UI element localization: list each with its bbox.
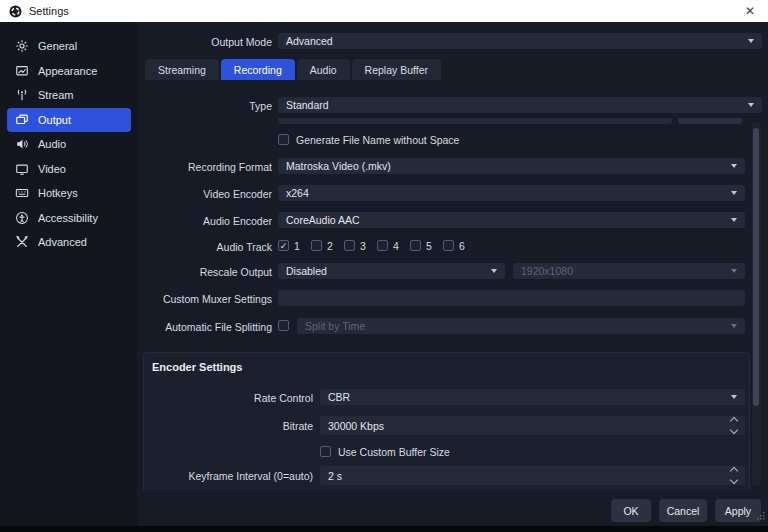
recording-path-input-partial[interactable] — [278, 118, 672, 124]
audio-track-1-checkbox[interactable]: ✓ — [278, 240, 289, 251]
custom-muxer-label: Custom Muxer Settings — [137, 293, 272, 305]
tools-icon — [15, 235, 29, 249]
audio-track-5-checkbox[interactable] — [410, 240, 421, 251]
gear-icon — [15, 39, 29, 53]
chevron-down-icon — [731, 218, 737, 222]
use-custom-buffer-label: Use Custom Buffer Size — [338, 446, 450, 458]
auto-split-checkbox[interactable] — [278, 320, 289, 331]
generate-no-space-label: Generate File Name without Space — [296, 134, 459, 146]
window-title: Settings — [29, 5, 69, 17]
obs-logo-icon — [9, 5, 22, 18]
audio-track-4-label: 4 — [393, 240, 399, 252]
keyboard-icon — [15, 186, 29, 200]
sidebar-item-label: Advanced — [38, 236, 87, 248]
type-value: Standard — [286, 99, 329, 111]
spinner-up-icon[interactable] — [730, 417, 738, 425]
sidebar-item-video[interactable]: Video — [7, 157, 131, 182]
custom-muxer-input[interactable] — [278, 290, 745, 306]
sidebar-item-appearance[interactable]: Appearance — [7, 59, 131, 84]
audio-track-3-checkbox[interactable] — [344, 240, 355, 251]
audio-track-6-label: 6 — [459, 240, 465, 252]
rescale-resolution-value: 1920x1080 — [521, 265, 573, 277]
audio-encoder-dropdown[interactable]: CoreAudio AAC — [278, 212, 745, 228]
spinner-down-icon[interactable] — [730, 476, 738, 484]
audio-track-6-checkbox[interactable] — [443, 240, 454, 251]
settings-window: Settings ✕ General Appearance — [0, 0, 768, 532]
tab-replay-buffer[interactable]: Replay Buffer — [352, 59, 441, 80]
output-mode-value: Advanced — [286, 35, 333, 47]
rate-control-value: CBR — [328, 391, 350, 403]
video-encoder-dropdown[interactable]: x264 — [278, 185, 745, 201]
titlebar: Settings ✕ — [0, 0, 768, 22]
generate-no-space-checkbox[interactable] — [278, 134, 289, 145]
sidebar-item-audio[interactable]: Audio — [7, 132, 131, 157]
resize-grip-icon[interactable] — [756, 506, 765, 524]
rescale-resolution-dropdown[interactable]: 1920x1080 — [513, 263, 745, 279]
spinner-arrows[interactable] — [731, 418, 737, 433]
keyframe-interval-spinner[interactable]: 2 s — [320, 466, 745, 485]
auto-split-dropdown[interactable]: Split by Time — [297, 318, 745, 334]
sidebar-item-accessibility[interactable]: Accessibility — [7, 206, 131, 231]
chevron-down-icon — [731, 324, 737, 328]
recording-format-dropdown[interactable]: Matroska Video (.mkv) — [278, 158, 745, 174]
settings-sidebar: General Appearance Stream — [0, 22, 137, 526]
rescale-output-value: Disabled — [286, 265, 327, 277]
spinner-down-icon[interactable] — [730, 426, 738, 434]
apply-button[interactable]: Apply — [715, 499, 761, 522]
chevron-down-icon — [491, 269, 497, 273]
spinner-arrows[interactable] — [731, 468, 737, 483]
sidebar-item-label: Stream — [38, 89, 73, 101]
rescale-output-label: Rescale Output — [137, 266, 272, 278]
sidebar-item-label: Output — [38, 114, 71, 126]
browse-button-partial[interactable] — [678, 118, 742, 124]
video-encoder-label: Video Encoder — [137, 188, 272, 200]
sidebar-item-label: Accessibility — [38, 212, 98, 224]
sidebar-item-label: Hotkeys — [38, 187, 78, 199]
keyframe-interval-value: 2 s — [328, 470, 342, 482]
scrollbar-thumb[interactable] — [753, 128, 759, 406]
sidebar-item-label: General — [38, 40, 77, 52]
output-icon — [15, 113, 29, 127]
output-mode-dropdown[interactable]: Advanced — [278, 33, 762, 49]
sidebar-item-output[interactable]: Output — [7, 108, 131, 133]
chevron-down-icon — [731, 191, 737, 195]
recording-format-label: Recording Format — [137, 161, 272, 173]
cancel-button[interactable]: Cancel — [659, 499, 707, 522]
close-icon[interactable]: ✕ — [741, 3, 759, 19]
speaker-icon — [15, 137, 29, 151]
recording-format-value: Matroska Video (.mkv) — [286, 160, 391, 172]
chevron-down-icon — [731, 269, 737, 273]
rescale-output-dropdown[interactable]: Disabled — [278, 263, 505, 279]
video-encoder-value: x264 — [286, 187, 309, 199]
spinner-up-icon[interactable] — [730, 467, 738, 475]
rate-control-dropdown[interactable]: CBR — [320, 389, 745, 405]
use-custom-buffer-checkbox[interactable] — [320, 446, 331, 457]
type-dropdown[interactable]: Standard — [278, 97, 762, 113]
audio-track-2-checkbox[interactable] — [311, 240, 322, 251]
bitrate-value: 30000 Kbps — [328, 420, 384, 432]
bitrate-spinner[interactable]: 30000 Kbps — [320, 416, 745, 435]
rate-control-label: Rate Control — [143, 392, 313, 404]
auto-split-label: Automatic File Splitting — [137, 321, 272, 333]
window-bottom-edge — [0, 526, 768, 532]
audio-track-3-label: 3 — [360, 240, 366, 252]
sidebar-item-stream[interactable]: Stream — [7, 83, 131, 108]
keyframe-interval-label: Keyframe Interval (0=auto) — [143, 470, 313, 482]
sidebar-item-label: Video — [38, 163, 66, 175]
accessibility-icon — [15, 211, 29, 225]
tab-streaming[interactable]: Streaming — [145, 59, 219, 80]
tab-recording[interactable]: Recording — [221, 59, 295, 80]
scrollbar-track[interactable] — [752, 122, 761, 486]
sidebar-item-hotkeys[interactable]: Hotkeys — [7, 181, 131, 206]
audio-track-4-checkbox[interactable] — [377, 240, 388, 251]
ok-button[interactable]: OK — [611, 499, 651, 522]
type-label: Type — [137, 100, 272, 112]
display-icon — [15, 162, 29, 176]
sidebar-item-general[interactable]: General — [7, 34, 131, 59]
chevron-down-icon — [731, 395, 737, 399]
audio-track-5-label: 5 — [426, 240, 432, 252]
sidebar-item-advanced[interactable]: Advanced — [7, 230, 131, 255]
sidebar-item-label: Audio — [38, 138, 66, 150]
chevron-down-icon — [731, 164, 737, 168]
tab-audio[interactable]: Audio — [297, 59, 350, 80]
